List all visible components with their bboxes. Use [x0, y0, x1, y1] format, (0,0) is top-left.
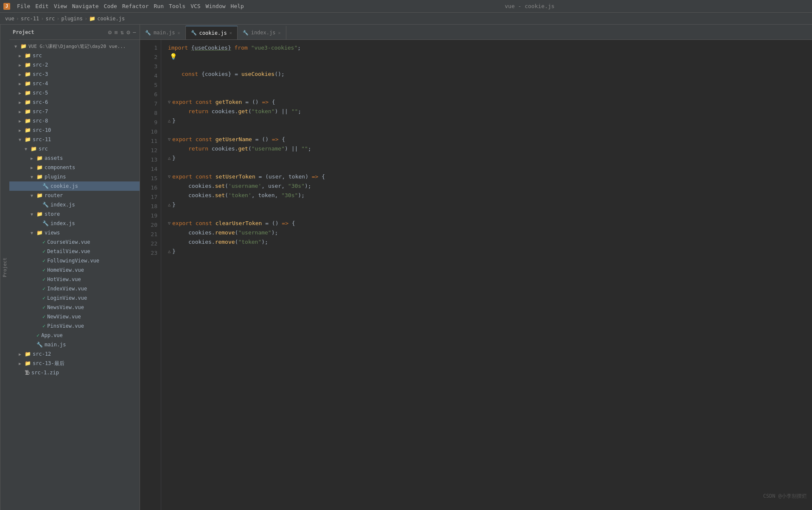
code-line-11: return cookies. get ( "username" ) || ""…	[168, 144, 805, 153]
tree-pinsview[interactable]: ✓ PinsView.vue	[9, 321, 140, 331]
tree-hotview[interactable]: ✓ HotView.vue	[9, 275, 140, 284]
minimize-icon[interactable]: −	[133, 29, 136, 36]
code-line-4	[168, 79, 805, 88]
code-line-19: ▽ export const clearUserToken = () => {	[168, 219, 805, 228]
cookie-js-tab-close[interactable]: ✕	[230, 31, 232, 35]
loginview-label: LoginView.vue	[47, 295, 87, 301]
src6-label: src-6	[33, 99, 48, 105]
fold-19[interactable]: ▽	[168, 219, 171, 228]
menu-code[interactable]: Code	[104, 3, 117, 9]
breadcrumb-plugins[interactable]: plugins	[61, 16, 83, 22]
tree-src4[interactable]: ▶ 📁 src-4	[9, 79, 140, 88]
breadcrumb-vue[interactable]: vue	[5, 16, 14, 22]
tree-src11[interactable]: ▼ 📁 src-11	[9, 135, 140, 144]
tree-src3[interactable]: ▶ 📁 src-3	[9, 70, 140, 79]
menu-edit[interactable]: Edit	[35, 3, 48, 9]
tree-src7[interactable]: ▶ 📁 src-7	[9, 107, 140, 116]
menu-tools[interactable]: Tools	[169, 3, 185, 9]
tab-cookie-js[interactable]: 🔧 cookie.js ✕	[186, 26, 238, 39]
src5-label: src-5	[33, 90, 48, 96]
menu-vcs[interactable]: VCS	[190, 3, 200, 9]
settings-icon[interactable]: ⚙	[108, 29, 112, 36]
tree-router[interactable]: ▼ 📁 router	[9, 191, 140, 200]
tree-newview[interactable]: ✓ NewView.vue	[9, 312, 140, 321]
index-js-tab-close[interactable]: ✕	[278, 31, 280, 35]
tree-views[interactable]: ▼ 📁 views	[9, 228, 140, 237]
tree-newsview[interactable]: ✓ NewsView.vue	[9, 303, 140, 312]
tree-src8[interactable]: ▶ 📁 src-8	[9, 116, 140, 125]
tree-followingview[interactable]: ✓ FollowingView.vue	[9, 256, 140, 265]
code-content[interactable]: import {useCookies} from "vue3-cookies" …	[161, 40, 812, 510]
fold-8[interactable]: △	[168, 116, 171, 125]
tree-plugins[interactable]: ▼ 📁 plugins	[9, 172, 140, 181]
tree-src6[interactable]: ▶ 📁 src-6	[9, 98, 140, 107]
tree-store-index[interactable]: 🔧 index.js	[9, 219, 140, 228]
src8-folder-icon: 📁	[25, 118, 31, 124]
menu-view[interactable]: View	[54, 3, 67, 9]
tree-loginview[interactable]: ✓ LoginView.vue	[9, 293, 140, 303]
menu-file[interactable]: File	[17, 3, 30, 9]
tree-router-index[interactable]: 🔧 index.js	[9, 200, 140, 209]
tree-src11-src[interactable]: ▼ 📁 src	[9, 144, 140, 153]
tree-src2[interactable]: ▶ 📁 src-2	[9, 60, 140, 70]
menu-run[interactable]: Run	[154, 3, 164, 9]
breadcrumb-src[interactable]: src	[46, 16, 55, 22]
main-js-icon: 🔧	[36, 342, 43, 348]
tree-main-js[interactable]: 🔧 main.js	[9, 340, 140, 349]
tree-root[interactable]: ▼ 📁 VUE G:\课程\Django\笔记\day20 vue...	[9, 42, 140, 51]
fold-17[interactable]: △	[168, 200, 171, 209]
code-line-6: ▽ export const getToken = () => {	[168, 98, 805, 107]
code-line-10: ▽ export const getUserName = () => {	[168, 135, 805, 144]
cookie-js-label: cookie.js	[50, 183, 78, 189]
gear-icon[interactable]: ⚙	[126, 29, 130, 36]
project-tab[interactable]: Project	[0, 25, 9, 510]
fold-12[interactable]: △	[168, 153, 171, 163]
code-line-13	[168, 163, 805, 172]
src11-src-folder-icon: 📁	[31, 146, 37, 152]
tree-app-vue[interactable]: ✓ App.vue	[9, 331, 140, 340]
code-line-22: △ }	[168, 247, 805, 256]
expand-icon[interactable]: ⇅	[120, 29, 124, 36]
line-numbers: 1 2 3 4 5 6 7 8 9 10 11 12 13 14 15 16 1…	[140, 40, 161, 510]
collapse-all-icon[interactable]: ≡	[114, 29, 118, 36]
tree-assets[interactable]: ▶ 📁 assets	[9, 153, 140, 163]
fold-22[interactable]: △	[168, 247, 171, 256]
tree-homeview[interactable]: ✓ HomeView.vue	[9, 265, 140, 275]
menu-refactor[interactable]: Refactor	[122, 3, 149, 9]
menu-help[interactable]: Help	[231, 3, 244, 9]
tree-src10[interactable]: ▶ 📁 src-10	[9, 125, 140, 135]
tree-detailview[interactable]: ✓ DetailView.vue	[9, 247, 140, 256]
app-logo: J	[3, 3, 10, 10]
project-header: Project ⚙ ≡ ⇅ ⚙ −	[9, 25, 140, 40]
tab-index-js[interactable]: 🔧 index.js ✕	[238, 26, 286, 39]
menu-navigate[interactable]: Navigate	[72, 3, 99, 9]
tree-courseview[interactable]: ✓ CourseView.vue	[9, 237, 140, 247]
tree-cookie-js[interactable]: 🔧 cookie.js	[9, 181, 140, 191]
followingview-label: FollowingView.vue	[47, 258, 99, 264]
code-line-1: import {useCookies} from "vue3-cookies" …	[168, 43, 805, 53]
zip-icon: 🗜	[25, 370, 30, 376]
tree-indexview[interactable]: ✓ IndexView.vue	[9, 284, 140, 293]
tree-src[interactable]: ▶ 📁 src	[9, 51, 140, 60]
tree-src5[interactable]: ▶ 📁 src-5	[9, 88, 140, 98]
menu-window[interactable]: Window	[206, 3, 226, 9]
hotview-label: HotView.vue	[47, 276, 81, 282]
main-js-tab-close[interactable]: ✕	[178, 31, 180, 35]
tab-main-js[interactable]: 🔧 main.js ✕	[140, 26, 186, 39]
fold-6[interactable]: ▽	[168, 98, 171, 107]
fold-10[interactable]: ▽	[168, 135, 171, 144]
fold-14[interactable]: ▽	[168, 172, 171, 181]
tree-src13[interactable]: ▶ 📁 src-13-最后	[9, 359, 140, 368]
project-header-label: Project	[13, 29, 34, 35]
store-label: store	[45, 211, 60, 217]
hotview-icon: ✓	[42, 276, 45, 282]
src7-folder-icon: 📁	[25, 109, 31, 114]
tree-src12[interactable]: ▶ 📁 src-12	[9, 349, 140, 359]
cookie-js-tab-label: cookie.js	[199, 30, 227, 36]
breadcrumb-src11[interactable]: src-11	[21, 16, 39, 22]
tree-components[interactable]: ▶ 📁 components	[9, 163, 140, 172]
tree-store[interactable]: ▼ 📁 store	[9, 209, 140, 219]
breadcrumb-file[interactable]: cookie.js	[97, 16, 125, 22]
tree-src1-zip[interactable]: 🗜 src-1.zip	[9, 368, 140, 377]
components-label: components	[45, 164, 75, 170]
